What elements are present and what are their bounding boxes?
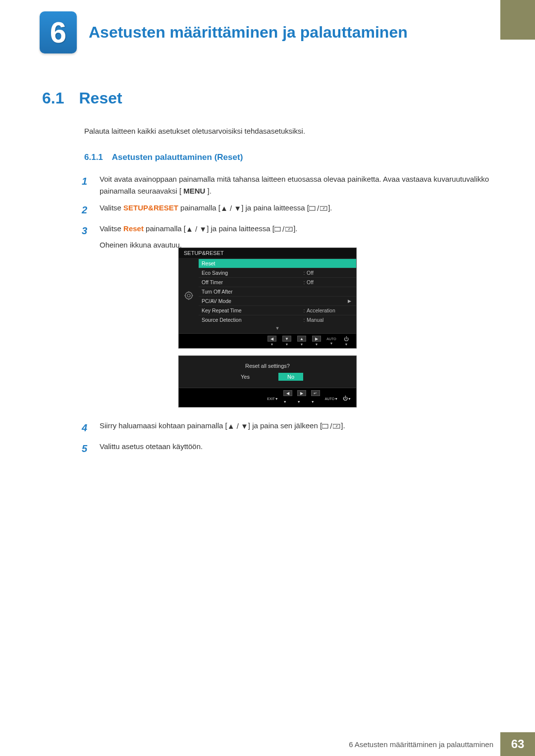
step-body: Valitse Reset painamalla [▲ / ▼] ja pain… xyxy=(100,223,505,251)
svg-point-4 xyxy=(185,292,192,299)
page-number: 63 xyxy=(500,732,535,756)
nav-auto-label: AUTO xyxy=(326,337,336,341)
nav-power-icon: ⏻▼ xyxy=(343,393,351,402)
step-end: ]. xyxy=(293,224,297,233)
osd-confirm-dialog: Reset all settings? Yes No EXIT▼ ◀▼ ▶▼ ↵… xyxy=(178,355,357,407)
chapter-number: 6 xyxy=(50,15,66,50)
intro-text: Palauta laitteen kaikki asetukset oletus… xyxy=(84,127,305,135)
step-pre: Valitse xyxy=(100,224,123,233)
step-text-b: ]. xyxy=(208,187,212,195)
osd-row-label: Reset xyxy=(202,260,351,266)
footer-text: 6 Asetusten määrittäminen ja palauttamin… xyxy=(342,732,500,756)
step-body: Valitse SETUP&RESET painamalla [▲ / ▼] j… xyxy=(100,202,505,218)
step-number: 2 xyxy=(82,202,91,218)
enter-icons: / xyxy=(309,202,328,214)
up-down-icons: ▲ / ▼ xyxy=(220,202,241,214)
enter-icons: / xyxy=(274,223,293,235)
osd-row-value: Manual xyxy=(307,317,351,323)
step-1: 1 Voit avata avainoppaan painamalla mitä… xyxy=(82,173,505,197)
step-body: Siirry haluamaasi kohtaan painamalla [▲ … xyxy=(100,420,505,436)
osd-confirm-buttons: Yes No xyxy=(179,373,356,388)
steps-upper: 1 Voit avata avainoppaan painamalla mitä… xyxy=(82,168,505,251)
step-3: 3 Valitse Reset painamalla [▲ / ▼] ja pa… xyxy=(82,223,505,251)
chapter-header: 6 Asetusten määrittäminen ja palauttamin… xyxy=(40,12,515,52)
osd-row-label: Off Timer xyxy=(202,279,302,285)
step-body: Valittu asetus otetaan käyttöön. xyxy=(100,441,505,456)
up-down-icons: ▲ / ▼ xyxy=(186,223,207,235)
osd-row-reset: Reset xyxy=(199,259,356,268)
step-number: 3 xyxy=(82,223,91,251)
menu-label: MENU xyxy=(183,187,205,195)
step-number: 1 xyxy=(82,173,91,197)
nav-up-icon: ▲▼ xyxy=(297,336,307,346)
nav-auto: AUTO▼ xyxy=(325,393,338,402)
osd-row-source: Source Detection : Manual xyxy=(199,315,356,324)
osd-row-value: Acceleration xyxy=(307,307,351,313)
nav-left-icon: ◀▼ xyxy=(283,390,292,405)
section-heading: 6.1 Reset xyxy=(42,89,122,107)
svg-rect-10 xyxy=(322,424,328,428)
osd-row-label: Source Detection xyxy=(202,317,302,323)
nav-left-icon: ◀▼ xyxy=(267,336,277,346)
osd-confirm-nav: EXIT▼ ◀▼ ▶▼ ↵▼ AUTO▼ ⏻▼ xyxy=(179,388,356,407)
osd-row-pcav: PC/AV Mode ▶ xyxy=(199,296,356,305)
osd-row-offtimer: Off Timer : Off xyxy=(199,277,356,287)
step-4: 4 Siirry haluamaasi kohtaan painamalla [… xyxy=(82,420,505,436)
osd-scroll-down-icon: ▼ xyxy=(199,324,356,332)
osd-screenshots: SETUP&RESET Reset Eco Saving : Off Off T… xyxy=(178,248,357,407)
step-mid: ] ja paina sen jälkeen [ xyxy=(248,421,322,430)
osd-row-sep: : xyxy=(302,279,307,285)
osd-confirm-question: Reset all settings? xyxy=(179,356,356,373)
osd-nav-bar: ◀▼ ▼▼ ▲▼ ▶▼ AUTO▼ ⏻▼ xyxy=(179,333,356,348)
nav-down-icon: ▼▼ xyxy=(282,336,292,346)
step-number: 4 xyxy=(82,420,91,436)
nav-exit: EXIT▼ xyxy=(267,393,278,402)
chapter-title: Asetusten määrittäminen ja palauttaminen xyxy=(89,23,408,42)
osd-side-icon xyxy=(179,258,199,333)
page-footer: 6 Asetusten määrittäminen ja palauttamin… xyxy=(0,732,535,756)
step-highlight: Reset xyxy=(123,224,144,233)
nav-auto: AUTO▼ xyxy=(326,337,336,345)
step-pre: Siirry haluamaasi kohtaan painamalla [ xyxy=(100,421,227,430)
osd-list: Reset Eco Saving : Off Off Timer : Off T… xyxy=(199,258,356,333)
osd-title: SETUP&RESET xyxy=(179,248,356,258)
osd-menu: SETUP&RESET Reset Eco Saving : Off Off T… xyxy=(178,248,357,349)
chapter-number-box: 6 xyxy=(40,11,77,53)
osd-body: Reset Eco Saving : Off Off Timer : Off T… xyxy=(179,258,356,333)
step-mid: painamalla [ xyxy=(144,224,186,233)
osd-row-value: Off xyxy=(307,270,351,276)
step-2: 2 Valitse SETUP&RESET painamalla [▲ / ▼]… xyxy=(82,202,505,218)
nav-right-icon: ▶▼ xyxy=(312,336,321,346)
nav-exit-label: EXIT xyxy=(267,397,275,401)
nav-power-icon: ⏻▼ xyxy=(341,336,351,346)
subsection-title: Asetusten palauttaminen (Reset) xyxy=(112,152,243,162)
osd-row-sep: : xyxy=(302,307,307,313)
osd-row-label: Turn Off After xyxy=(202,289,351,295)
step-highlight: SETUP&RESET xyxy=(123,203,178,212)
osd-row-turnoff: Turn Off After xyxy=(199,287,356,296)
osd-row-eco: Eco Saving : Off xyxy=(199,268,356,277)
osd-row-value: Off xyxy=(307,279,351,285)
osd-yes-button: Yes xyxy=(232,373,259,381)
subsection-heading: 6.1.1 Asetusten palauttaminen (Reset) xyxy=(84,152,243,162)
step-mid2: ] ja paina laitteessa [ xyxy=(241,203,309,212)
section-title: Reset xyxy=(79,89,122,107)
osd-no-button: No xyxy=(278,373,303,381)
section-number: 6.1 xyxy=(42,89,64,107)
svg-rect-2 xyxy=(274,227,280,231)
steps-lower: 4 Siirry haluamaasi kohtaan painamalla [… xyxy=(82,415,505,456)
up-down-icons: ▲ / ▼ xyxy=(227,420,248,432)
subsection-number: 6.1.1 xyxy=(84,152,103,162)
nav-auto-label: AUTO xyxy=(325,397,334,401)
svg-rect-0 xyxy=(309,206,315,210)
nav-right-icon: ▶▼ xyxy=(297,390,306,405)
svg-point-5 xyxy=(187,294,190,297)
step-number: 5 xyxy=(82,441,91,456)
osd-row-keyrepeat: Key Repeat Time : Acceleration xyxy=(199,305,356,315)
step-pre: Valitse xyxy=(100,203,123,212)
enter-icons: / xyxy=(322,420,341,432)
chevron-right-icon: ▶ xyxy=(346,299,351,303)
step-end: ]. xyxy=(341,421,345,430)
step-text: Voit avata avainoppaan painamalla mitä t… xyxy=(100,175,489,195)
osd-row-sep: : xyxy=(302,270,307,276)
